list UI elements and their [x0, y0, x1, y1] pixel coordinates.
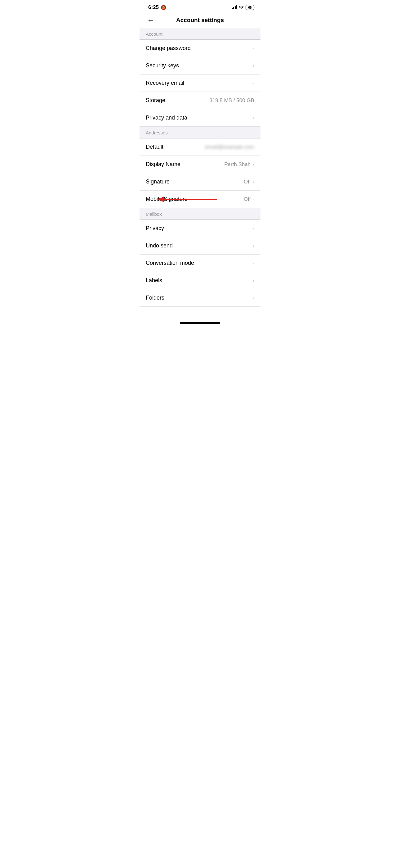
- time-display: 6:25: [148, 4, 159, 10]
- privacy-row[interactable]: Privacy ›: [139, 220, 261, 237]
- wifi-icon: [239, 5, 244, 10]
- recovery-email-row[interactable]: Recovery email ›: [139, 74, 261, 92]
- mailbox-section-header: Mailbox: [139, 208, 261, 220]
- account-section-header: Account: [139, 28, 261, 40]
- chevron-icon: ›: [253, 278, 254, 284]
- storage-label: Storage: [146, 97, 165, 104]
- home-indicator: [139, 319, 261, 326]
- chevron-icon: ›: [253, 260, 254, 266]
- security-keys-row[interactable]: Security keys ›: [139, 57, 261, 74]
- display-name-label: Display Name: [146, 161, 180, 168]
- addresses-section-label: Addresses: [146, 130, 168, 135]
- chevron-icon: ›: [253, 45, 254, 52]
- status-time: 6:25 🔕: [148, 4, 167, 10]
- account-section-label: Account: [146, 31, 163, 37]
- change-password-row[interactable]: Change password ›: [139, 40, 261, 57]
- chevron-icon: ›: [253, 161, 254, 168]
- addresses-section-header: Addresses: [139, 127, 261, 138]
- battery-level: 65: [248, 6, 252, 9]
- nav-header: ← Account settings: [139, 13, 261, 28]
- back-button[interactable]: ←: [144, 14, 157, 26]
- folders-label: Folders: [146, 294, 164, 301]
- signature-label: Signature: [146, 179, 170, 185]
- storage-row[interactable]: Storage 319.5 MB / 500 GB: [139, 92, 261, 109]
- signature-row[interactable]: Signature Off ›: [139, 173, 261, 191]
- chevron-icon: ›: [253, 225, 254, 231]
- chevron-icon: ›: [253, 243, 254, 249]
- security-keys-label: Security keys: [146, 62, 179, 69]
- signal-icon: [232, 6, 237, 9]
- bell-icon: 🔕: [161, 5, 167, 10]
- mobile-signature-label: Mobile Signature: [146, 196, 188, 203]
- privacy-and-data-label: Privacy and data: [146, 115, 187, 121]
- status-icons: 65: [232, 5, 255, 10]
- chevron-icon: ›: [253, 63, 254, 69]
- storage-value: 319.5 MB / 500 GB: [209, 97, 254, 104]
- display-name-value: Parth Shah: [224, 161, 251, 168]
- privacy-and-data-row[interactable]: Privacy and data ›: [139, 109, 261, 127]
- default-row[interactable]: Default email@example.com: [139, 138, 261, 156]
- undo-send-row[interactable]: Undo send ›: [139, 237, 261, 254]
- default-label: Default: [146, 144, 163, 150]
- chevron-icon: ›: [253, 295, 254, 301]
- conversation-mode-row[interactable]: Conversation mode ›: [139, 254, 261, 272]
- recovery-email-label: Recovery email: [146, 80, 184, 86]
- privacy-label: Privacy: [146, 225, 164, 231]
- chevron-icon: ›: [253, 179, 254, 185]
- labels-label: Labels: [146, 277, 162, 284]
- labels-row[interactable]: Labels ›: [139, 272, 261, 289]
- folders-row[interactable]: Folders ›: [139, 289, 261, 307]
- battery-icon: 65: [245, 5, 254, 10]
- default-value: email@example.com: [205, 144, 254, 150]
- chevron-icon: ›: [253, 196, 254, 203]
- page-title: Account settings: [176, 17, 224, 24]
- conversation-mode-label: Conversation mode: [146, 260, 194, 266]
- change-password-label: Change password: [146, 45, 191, 52]
- mobile-signature-row[interactable]: Mobile Signature Off ›: [139, 191, 261, 208]
- mailbox-section-label: Mailbox: [146, 211, 162, 217]
- status-bar: 6:25 🔕 65: [139, 0, 261, 13]
- chevron-icon: ›: [253, 80, 254, 86]
- display-name-row[interactable]: Display Name Parth Shah ›: [139, 156, 261, 173]
- chevron-icon: ›: [253, 115, 254, 121]
- home-bar: [180, 322, 220, 324]
- undo-send-label: Undo send: [146, 243, 173, 249]
- mobile-signature-value: Off: [244, 196, 251, 203]
- signature-value: Off: [244, 179, 251, 185]
